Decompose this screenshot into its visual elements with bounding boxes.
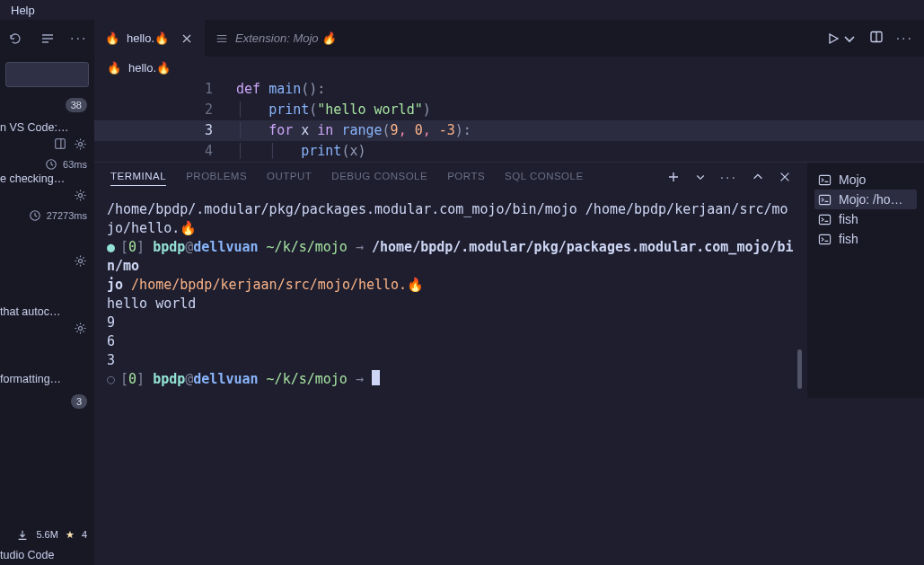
svg-rect-11 [819, 234, 830, 243]
terminal-tab-mojo[interactable]: Mojo [814, 170, 917, 190]
svg-rect-0 [56, 139, 66, 149]
terminal-line: hello world [107, 295, 795, 313]
star-icon: ★ [66, 529, 75, 542]
tab-label: hello.🔥 [127, 31, 169, 45]
terminal-line: 9 [107, 313, 795, 332]
tab-hello[interactable]: 🔥 hello.🔥 [94, 20, 205, 57]
panel-tabs: TERMINAL PROBLEMS OUTPUT DEBUG CONSOLE P… [94, 163, 807, 193]
terminal-tabs-sidebar: Mojo Mojo: /ho… fish fish [807, 163, 924, 398]
list-item-label: that autoc… [0, 305, 94, 322]
svg-rect-8 [819, 175, 830, 184]
terminal-icon [818, 233, 832, 246]
svg-rect-10 [819, 215, 830, 224]
breadcrumb[interactable]: 🔥 hello.🔥 [94, 57, 924, 79]
terminal-cursor [372, 370, 380, 385]
gear-icon[interactable] [74, 137, 87, 151]
file-icon: 🔥 [105, 31, 119, 45]
sidebar-ext-item[interactable]: 63ms e checking… [0, 156, 94, 204]
more-icon[interactable]: ··· [720, 170, 737, 186]
terminal-tab-label: Mojo: /ho… [839, 192, 903, 207]
split-editor-icon[interactable] [869, 30, 884, 47]
list-item-label: tudio Code [0, 549, 94, 565]
scrollbar[interactable] [797, 349, 802, 389]
svg-point-1 [78, 142, 82, 146]
close-panel-icon[interactable] [779, 171, 791, 186]
list-icon [216, 32, 228, 45]
tab-terminal[interactable]: TERMINAL [110, 171, 166, 186]
terminal-tab-fish[interactable]: fish [814, 209, 917, 229]
run-icon[interactable] [826, 31, 857, 46]
tab-extension[interactable]: Extension: Mojo 🔥 [205, 20, 347, 57]
new-terminal-icon[interactable] [666, 170, 681, 187]
search-input[interactable] [5, 62, 89, 87]
tab-output[interactable]: OUTPUT [267, 171, 312, 186]
sidebar-ext-item[interactable]: formatting… [0, 371, 94, 391]
code-line: │ print("hello world") [236, 100, 924, 120]
tab-ports[interactable]: PORTS [447, 171, 485, 186]
code-editor[interactable]: 1 def main(): 2 │ print("hello world") 3… [94, 79, 924, 162]
line-number: 4 [94, 141, 236, 162]
terminal-icon [818, 193, 832, 207]
more-icon[interactable]: ··· [70, 31, 87, 47]
terminal-line: 3 [107, 352, 115, 368]
chevron-down-icon[interactable] [842, 31, 857, 46]
badge-count: 3 [71, 394, 87, 409]
badge-count: 38 [66, 98, 87, 112]
terminal-icon [818, 173, 832, 187]
tab-label: Extension: Mojo 🔥 [235, 31, 336, 45]
file-icon: 🔥 [107, 61, 121, 75]
list-item-label: e checking… [0, 172, 94, 189]
tab-debug-console[interactable]: DEBUG CONSOLE [331, 171, 427, 186]
terminal-line: ●[0] bpdp@dellvuan ~/k/s/mojo → /home/bp… [107, 238, 795, 295]
svg-point-5 [78, 259, 82, 262]
terminal-output[interactable]: /home/bpdp/.modular/pkg/packages.modular… [94, 193, 807, 398]
clear-icon[interactable] [38, 29, 57, 49]
refresh-icon[interactable] [5, 29, 25, 49]
more-icon[interactable]: ··· [896, 31, 913, 47]
list-item-label: n VS Code:… [0, 121, 94, 137]
terminal-line: /home/bpdp/.modular/pkg/packages.modular… [107, 200, 795, 238]
sidebar-ext-item[interactable]: that autoc… [0, 304, 94, 337]
terminal-tab-label: Mojo [839, 172, 866, 187]
sidebar-ext-item[interactable]: n VS Code:… [0, 119, 94, 153]
list-item-label: formatting… [0, 373, 94, 389]
svg-point-6 [78, 326, 82, 330]
breadcrumb-file: hello.🔥 [128, 61, 171, 75]
gear-icon[interactable] [74, 254, 87, 268]
terminal-tab-mojo-run[interactable]: Mojo: /ho… [814, 190, 917, 209]
svg-point-3 [78, 193, 82, 197]
download-count: 5.6M [36, 529, 57, 542]
terminal-line: 6 [107, 332, 795, 351]
activation-time: 63ms [63, 159, 87, 170]
terminal-tab-label: fish [839, 212, 858, 226]
terminal-line: ○[0] bpdp@dellvuan ~/k/s/mojo → [107, 370, 795, 389]
code-line: def main(): [236, 79, 924, 100]
tab-sql-console[interactable]: SQL CONSOLE [505, 171, 584, 186]
clock-icon [29, 209, 41, 222]
maximize-panel-icon[interactable] [752, 171, 764, 186]
code-line: │ for x in range(9, 0, -3): [236, 120, 924, 141]
line-number: 1 [94, 79, 236, 100]
sidebar-ext-item[interactable]: 27273ms [0, 207, 94, 269]
terminal-tab-fish-2[interactable]: fish [814, 229, 917, 249]
editor-tabs: 🔥 hello.🔥 Extension: Mojo 🔥 ··· [94, 20, 924, 57]
code-line: │ │ print(x) [236, 141, 924, 162]
rating-value: 4 [82, 529, 87, 542]
sidebar: ··· 38 n VS Code:… 63ms e checking… 2727… [0, 20, 94, 565]
terminal-tab-label: fish [839, 232, 858, 246]
terminal-icon [818, 213, 832, 226]
download-icon [16, 529, 29, 542]
tab-problems[interactable]: PROBLEMS [186, 171, 247, 186]
preview-icon[interactable] [54, 137, 66, 150]
svg-rect-9 [819, 195, 830, 204]
gear-icon[interactable] [74, 189, 87, 202]
line-number: 3 [94, 120, 236, 141]
chevron-down-icon[interactable] [695, 172, 706, 185]
activation-time: 27273ms [47, 210, 87, 221]
close-icon[interactable] [180, 31, 194, 46]
line-number: 2 [94, 100, 236, 120]
menu-item-help[interactable]: Help [11, 4, 35, 17]
clock-icon [45, 158, 57, 171]
gear-icon[interactable] [74, 322, 87, 335]
